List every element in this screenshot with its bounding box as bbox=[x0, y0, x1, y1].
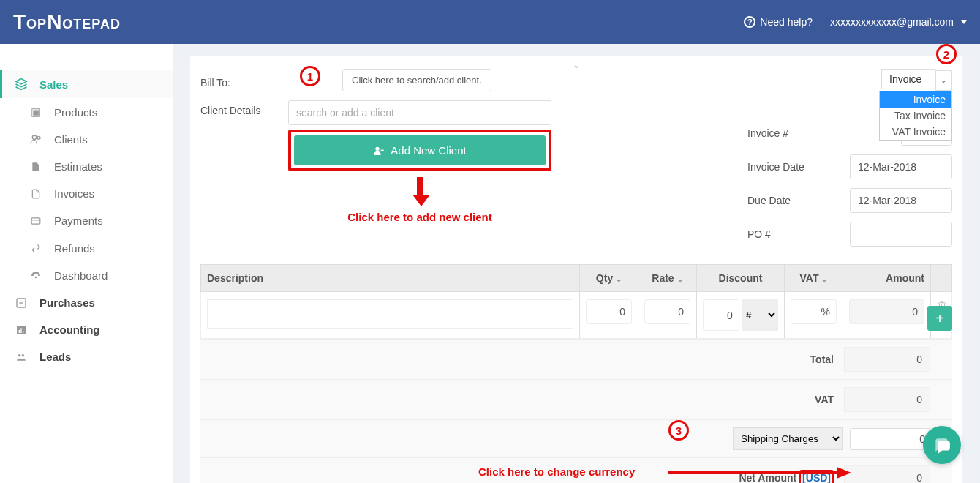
collapse-toggle[interactable]: ⌄ bbox=[573, 60, 580, 70]
layers-icon bbox=[15, 78, 28, 91]
brand-logo: TOPNOTEPAD bbox=[13, 10, 121, 34]
total-value: 0 bbox=[844, 347, 930, 372]
svg-point-1 bbox=[32, 135, 36, 139]
add-line-button[interactable]: + bbox=[927, 306, 952, 331]
invoice-type-caret[interactable]: ⌄ bbox=[935, 70, 952, 91]
invoice-type-dropdown: Invoice Tax Invoice VAT Invoice bbox=[879, 91, 952, 141]
need-help-link[interactable]: ? Need help? bbox=[744, 16, 813, 28]
sidebar-item-label: Estimates bbox=[54, 160, 102, 173]
invoice-type-option[interactable]: Invoice bbox=[880, 91, 951, 108]
sidebar-item-label: Invoices bbox=[54, 187, 94, 200]
total-label: Total bbox=[727, 353, 844, 365]
search-client-hint: Click here to search/add client. bbox=[342, 69, 491, 91]
sidebar-item-label: Accounting bbox=[39, 323, 100, 336]
line-qty-input[interactable] bbox=[586, 299, 632, 324]
sidebar-item-label: Leads bbox=[39, 351, 71, 363]
sidebar-item-purchases[interactable]: Purchases bbox=[0, 289, 173, 316]
sidebar-item-label: Dashboard bbox=[54, 269, 108, 282]
chat-icon bbox=[932, 435, 951, 454]
svg-point-5 bbox=[35, 276, 37, 278]
sidebar-item-leads[interactable]: Leads bbox=[0, 343, 173, 370]
shipping-charges-select[interactable]: Shipping Charges bbox=[733, 427, 843, 450]
svg-point-13 bbox=[22, 353, 25, 356]
shipping-amount-input[interactable] bbox=[850, 428, 930, 450]
due-date-label: Due Date bbox=[747, 195, 791, 206]
sidebar-item-label: Purchases bbox=[39, 296, 95, 309]
invoice-card: ⌄ Bill To: 1 Click here to search/add cl… bbox=[190, 56, 962, 483]
sidebar-item-estimates[interactable]: Estimates bbox=[0, 153, 173, 180]
svg-rect-11 bbox=[23, 331, 23, 333]
sidebar-item-products[interactable]: ▣ Products bbox=[0, 98, 173, 126]
svg-marker-18 bbox=[837, 467, 851, 479]
chat-fab[interactable] bbox=[923, 426, 961, 464]
po-number-label: PO # bbox=[747, 228, 771, 240]
svg-point-14 bbox=[376, 146, 380, 150]
minus-square-icon bbox=[15, 297, 28, 309]
line-discount-input[interactable] bbox=[703, 299, 739, 331]
cubes-icon: ▣ bbox=[29, 105, 42, 119]
annotation-arrow-right bbox=[668, 464, 851, 482]
sidebar-item-accounting[interactable]: Accounting bbox=[0, 316, 173, 343]
line-amount-output bbox=[849, 299, 924, 324]
file-icon bbox=[29, 161, 42, 173]
client-details-label: Client Details bbox=[200, 100, 288, 116]
svg-rect-9 bbox=[19, 330, 20, 333]
sidebar-item-refunds[interactable]: ⇄ Refunds bbox=[0, 234, 173, 262]
svg-point-2 bbox=[37, 136, 40, 139]
client-search-input[interactable] bbox=[288, 100, 551, 125]
vat-total-value: 0 bbox=[844, 387, 930, 412]
invoice-number-label: Invoice # bbox=[747, 127, 788, 139]
user-plus-icon bbox=[373, 145, 385, 157]
add-new-client-button[interactable]: Add New Client bbox=[294, 135, 546, 165]
annotation-circle-2: 2 bbox=[936, 44, 957, 64]
svg-marker-0 bbox=[16, 79, 27, 85]
annotation-arrow-down bbox=[412, 177, 427, 206]
need-help-label: Need help? bbox=[760, 16, 813, 28]
sidebar-item-clients[interactable]: Clients bbox=[0, 126, 173, 153]
invoice-type-option[interactable]: VAT Invoice bbox=[880, 124, 951, 140]
annotation-text-add-client: Click here to add new client bbox=[288, 211, 551, 223]
po-number-input[interactable] bbox=[850, 222, 952, 247]
topbar: TOPNOTEPAD ? Need help? xxxxxxxxxxxxx@gm… bbox=[0, 0, 980, 44]
svg-rect-3 bbox=[31, 217, 40, 223]
invoice-type-select[interactable]: Invoice bbox=[881, 69, 935, 89]
sidebar-item-label: Payments bbox=[54, 214, 103, 227]
net-amount-value: 0 bbox=[844, 465, 930, 483]
line-rate-input[interactable] bbox=[644, 299, 690, 324]
col-qty[interactable]: Qty⌄ bbox=[580, 265, 638, 291]
annotation-outline-add-client: Add New Client bbox=[288, 130, 551, 171]
sidebar: Sales ▣ Products Clients Estimates Invoi… bbox=[0, 44, 173, 483]
invoice-date-label: Invoice Date bbox=[747, 161, 804, 173]
invoice-type-option[interactable]: Tax Invoice bbox=[880, 108, 951, 124]
sidebar-item-label: Clients bbox=[54, 133, 88, 146]
sidebar-item-invoices[interactable]: Invoices bbox=[0, 180, 173, 207]
sidebar-item-label: Refunds bbox=[54, 242, 95, 255]
line-description-input[interactable] bbox=[207, 299, 573, 329]
col-amount: Amount bbox=[843, 265, 931, 291]
line-vat-input[interactable] bbox=[791, 299, 837, 324]
chevron-down-icon: ⌄ bbox=[677, 275, 683, 283]
annotation-text-currency: Click here to change currency bbox=[478, 465, 635, 478]
vat-total-label: VAT bbox=[727, 394, 844, 405]
sidebar-item-payments[interactable]: Payments bbox=[0, 207, 173, 234]
sidebar-item-sales[interactable]: Sales bbox=[0, 70, 173, 98]
col-rate[interactable]: Rate⌄ bbox=[638, 265, 697, 291]
col-vat[interactable]: VAT⌄ bbox=[785, 265, 843, 291]
document-icon bbox=[29, 188, 42, 200]
col-description: Description bbox=[201, 265, 580, 291]
chart-icon bbox=[15, 324, 28, 336]
sidebar-item-dashboard[interactable]: Dashboard bbox=[0, 262, 173, 289]
people-icon bbox=[15, 352, 28, 362]
line-discount-unit-select[interactable]: # bbox=[742, 299, 778, 331]
svg-point-12 bbox=[18, 353, 21, 356]
help-icon: ? bbox=[744, 16, 755, 28]
sidebar-item-label: Products bbox=[54, 106, 97, 119]
due-date-input[interactable] bbox=[850, 188, 952, 213]
invoice-type-selected: Invoice bbox=[889, 73, 921, 85]
account-menu[interactable]: xxxxxxxxxxxxx@gmail.com bbox=[830, 16, 967, 28]
svg-rect-10 bbox=[20, 328, 21, 333]
invoice-date-input[interactable] bbox=[850, 154, 952, 179]
annotation-circle-3: 3 bbox=[668, 420, 689, 441]
add-new-client-label: Add New Client bbox=[391, 144, 466, 157]
line-item-row: # 🗑 bbox=[200, 292, 952, 339]
